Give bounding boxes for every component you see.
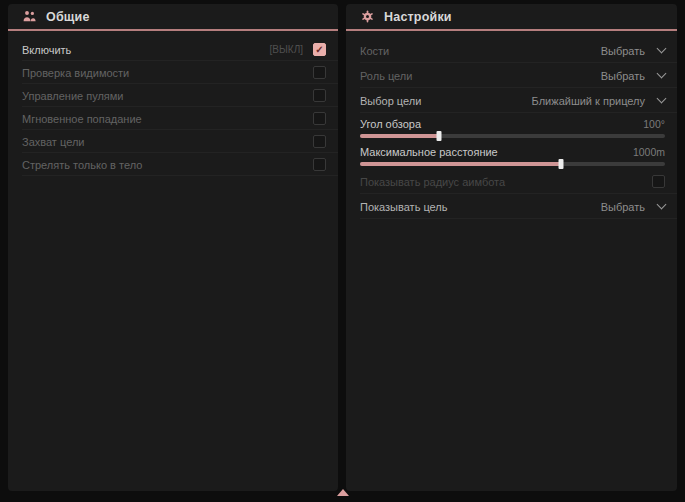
dropdown-row-show-target: Показывать цель Выбрать [346, 194, 677, 219]
fov-slider[interactable] [360, 134, 665, 138]
toggle-row-instant-hit[interactable]: Мгновенное попадание ✓ [8, 107, 338, 130]
setting-label: Роль цели [360, 70, 601, 82]
panel-settings: Настройки Кости Выбрать Роль цели Выбрат… [346, 4, 677, 491]
panel-general: Общие Включить [ВЫКЛ] ✓ Проверка видимос… [8, 4, 338, 491]
target-selection-dropdown[interactable]: Ближайший к прицелу [532, 95, 665, 107]
chevron-down-icon [657, 200, 667, 210]
slider-row-fov: Угол обзора 100° [346, 113, 677, 141]
setting-label: Показывать цель [360, 201, 601, 213]
hotkey-badge: [ВЫКЛ] [270, 44, 303, 55]
checkbox-show-aimbot-radius[interactable]: ✓ [652, 175, 665, 188]
checkbox-target-lock[interactable]: ✓ [313, 135, 326, 148]
dropdown-value: Выбрать [601, 201, 645, 213]
dropdown-value: Выбрать [601, 45, 645, 57]
panel-title-settings: Настройки [384, 10, 452, 24]
check-icon: ✓ [315, 45, 323, 55]
slider-value: 1000m [633, 146, 665, 158]
setting-label: Показывать радиус аимбота [360, 176, 652, 188]
toggle-row-bullet-control[interactable]: Управление пулями ✓ [8, 84, 338, 107]
chevron-down-icon [657, 44, 667, 54]
toggle-label: Стрелять только в тело [22, 159, 313, 171]
setting-label: Кости [360, 45, 601, 57]
toggle-label: Захват цели [22, 136, 313, 148]
slider-handle[interactable] [437, 131, 442, 141]
panel-general-body: Включить [ВЫКЛ] ✓ Проверка видимости ✓ У… [8, 31, 338, 176]
scroll-up-indicator[interactable] [337, 489, 349, 496]
dropdown-value: Выбрать [601, 70, 645, 82]
toggle-row-body-only[interactable]: Стрелять только в тело ✓ [8, 153, 338, 176]
target-role-dropdown[interactable]: Выбрать [601, 70, 665, 82]
toggle-row-enable[interactable]: Включить [ВЫКЛ] ✓ [8, 38, 338, 61]
toggle-label: Управление пулями [22, 90, 313, 102]
chevron-down-icon [657, 94, 667, 104]
users-icon [22, 9, 37, 24]
max-distance-slider[interactable] [360, 162, 665, 166]
checkbox-enable[interactable]: ✓ [313, 43, 326, 56]
checkbox-row-show-aimbot-radius[interactable]: Показывать радиус аимбота ✓ [346, 169, 677, 194]
toggle-label: Включить [22, 44, 270, 56]
checkbox-instant-hit[interactable]: ✓ [313, 112, 326, 125]
panel-title-general: Общие [46, 10, 90, 24]
slider-fill [360, 162, 561, 166]
toggle-row-target-lock[interactable]: Захват цели ✓ [8, 130, 338, 153]
bones-dropdown[interactable]: Выбрать [601, 45, 665, 57]
slider-label: Максимальное расстояние [360, 146, 633, 158]
panel-settings-body: Кости Выбрать Роль цели Выбрать Выбор це… [346, 31, 677, 219]
checkbox-body-only[interactable]: ✓ [313, 158, 326, 171]
dropdown-row-bones: Кости Выбрать [346, 38, 677, 63]
setting-label: Выбор цели [360, 95, 532, 107]
slider-row-max-distance: Максимальное расстояние 1000m [346, 141, 677, 169]
slider-handle[interactable] [559, 159, 564, 169]
panel-general-header: Общие [8, 4, 338, 31]
show-target-dropdown[interactable]: Выбрать [601, 201, 665, 213]
toggle-label: Проверка видимости [22, 67, 313, 79]
toggle-label: Мгновенное попадание [22, 113, 313, 125]
checkbox-bullet-control[interactable]: ✓ [313, 89, 326, 102]
gear-icon [360, 9, 375, 24]
slider-fill [360, 134, 439, 138]
mod-menu: Общие Включить [ВЫКЛ] ✓ Проверка видимос… [0, 0, 685, 502]
dropdown-value: Ближайший к прицелу [532, 95, 645, 107]
toggle-row-visibility-check[interactable]: Проверка видимости ✓ [8, 61, 338, 84]
slider-value: 100° [643, 118, 665, 130]
slider-label: Угол обзора [360, 118, 643, 130]
panel-settings-header: Настройки [346, 4, 677, 31]
checkbox-visibility-check[interactable]: ✓ [313, 66, 326, 79]
chevron-down-icon [657, 69, 667, 79]
dropdown-row-target-selection: Выбор цели Ближайший к прицелу [346, 88, 677, 113]
dropdown-row-target-role: Роль цели Выбрать [346, 63, 677, 88]
